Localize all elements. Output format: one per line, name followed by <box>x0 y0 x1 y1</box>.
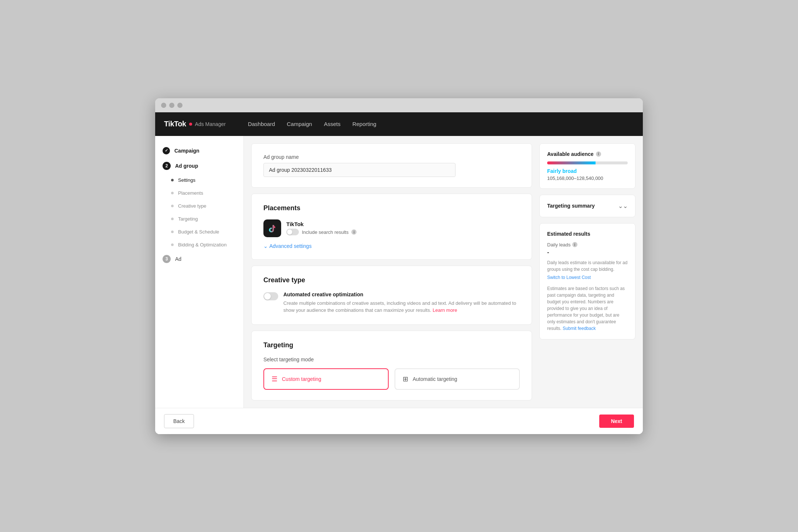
targeting-mode-label: Select targeting mode <box>263 357 520 362</box>
targeting-summary-chevron: ⌄⌄ <box>618 202 628 209</box>
automated-creative-title: Automated creative optimization <box>283 291 520 297</box>
placement-tiktok: TikTok Include search results i <box>263 219 520 237</box>
search-info-icon[interactable]: i <box>351 229 357 235</box>
targeting-mode-row: ☰ Custom targeting ⊞ Automatic targeting <box>263 368 520 390</box>
sidebar-placements-label: Placements <box>178 190 203 196</box>
sidebar-item-ad[interactable]: 3 Ad <box>155 251 243 267</box>
targeting-summary-header[interactable]: Targeting summary ⌄⌄ <box>547 202 628 209</box>
logo: TikTok Ads Manager <box>164 120 226 128</box>
sidebar-item-targeting[interactable]: Targeting <box>155 212 243 225</box>
browser-dot-3 <box>177 103 183 108</box>
learn-more-link[interactable]: Learn more <box>433 307 457 313</box>
sidebar-item-settings[interactable]: Settings <box>155 174 243 187</box>
bidding-dot-icon <box>171 243 174 246</box>
daily-leads-info-icon[interactable]: i <box>572 242 577 247</box>
include-search-label: Include search results <box>302 229 348 235</box>
estimated-results-title: Estimated results <box>547 231 628 237</box>
ad-num-icon: 3 <box>163 255 171 263</box>
custom-targeting-icon: ☰ <box>272 375 277 383</box>
targeting-dot-icon <box>171 218 174 220</box>
nav-assets[interactable]: Assets <box>324 121 341 127</box>
sidebar-item-bidding[interactable]: Bidding & Optimization <box>155 238 243 251</box>
budget-schedule-dot-icon <box>171 231 174 233</box>
logo-sub: Ads Manager <box>195 121 226 127</box>
logo-dot <box>189 123 192 126</box>
targeting-title: Targeting <box>263 341 520 349</box>
nav-dashboard[interactable]: Dashboard <box>248 121 275 127</box>
next-button[interactable]: Next <box>599 415 634 428</box>
top-nav: TikTok Ads Manager Dashboard Campaign As… <box>155 112 643 136</box>
sidebar-item-campaign[interactable]: ✓ Campaign <box>155 143 243 158</box>
sidebar-targeting-label: Targeting <box>178 216 198 222</box>
estimated-results-card: Estimated results Daily leads i - Daily … <box>539 223 635 340</box>
toggle-knob <box>287 229 292 235</box>
automatic-targeting-icon: ⊞ <box>403 375 408 383</box>
targeting-summary-card: Targeting summary ⌄⌄ <box>539 195 635 217</box>
nav-reporting[interactable]: Reporting <box>352 121 376 127</box>
automated-creative-text: Automated creative optimization Create m… <box>283 291 520 314</box>
automated-creative-desc: Create multiple combinations of creative… <box>283 300 520 314</box>
tiktok-platform-name: TikTok <box>286 221 357 227</box>
result-note: Daily leads estimate is unavailable for … <box>547 259 628 273</box>
back-button[interactable]: Back <box>164 414 194 428</box>
sidebar: ✓ Campaign 2 Ad group Settings Placement… <box>155 136 244 408</box>
sidebar-item-ad-group[interactable]: 2 Ad group <box>155 158 243 174</box>
sidebar-item-ad-group-label: Ad group <box>175 163 198 169</box>
placements-card: Placements <box>251 194 532 260</box>
audience-range: 105,168,000–128,540,000 <box>547 175 628 181</box>
automated-creative-section: Automated creative optimization Create m… <box>263 291 520 314</box>
sidebar-settings-label: Settings <box>178 177 195 183</box>
audience-info-icon[interactable]: i <box>596 151 601 157</box>
switch-to-lowest-cost-link[interactable]: Switch to Lowest Cost <box>547 275 628 280</box>
ad-group-name-input[interactable] <box>263 163 456 177</box>
sidebar-item-budget-schedule[interactable]: Budget & Schedule <box>155 225 243 238</box>
placement-info: TikTok Include search results i <box>286 221 357 235</box>
nav-campaign[interactable]: Campaign <box>287 121 312 127</box>
estimates-note: Estimates are based on factors such as p… <box>547 285 628 332</box>
right-panel: Available audience i Fairly broad 105,16… <box>539 143 635 400</box>
advanced-settings-text: Advanced settings <box>269 243 311 249</box>
audience-bar <box>547 161 628 164</box>
ad-group-num-icon: 2 <box>163 162 171 170</box>
nav-links: Dashboard Campaign Assets Reporting <box>248 121 376 127</box>
available-audience-card: Available audience i Fairly broad 105,16… <box>539 143 635 189</box>
campaign-check-icon: ✓ <box>163 147 170 154</box>
creative-type-title: Creative type <box>263 276 520 284</box>
browser-dot-1 <box>161 103 166 108</box>
daily-leads-label: Daily leads i <box>547 242 628 248</box>
sidebar-bidding-label: Bidding & Optimization <box>178 242 227 248</box>
advanced-settings-link[interactable]: ⌄ Advanced settings <box>263 243 520 249</box>
tiktok-icon <box>263 219 281 237</box>
placements-title: Placements <box>263 204 520 212</box>
automatic-targeting-label: Automatic targeting <box>413 376 457 382</box>
browser-window: TikTok Ads Manager Dashboard Campaign As… <box>155 98 643 434</box>
logo-text: TikTok <box>164 120 186 128</box>
include-search-row: Include search results i <box>286 229 357 235</box>
placements-dot-icon <box>171 192 174 194</box>
ad-group-name-label: Ad group name <box>263 154 520 160</box>
custom-targeting-label: Custom targeting <box>282 376 321 382</box>
include-search-toggle[interactable] <box>286 229 299 235</box>
audience-breadth: Fairly broad <box>547 168 628 174</box>
sidebar-item-creative-type[interactable]: Creative type <box>155 200 243 212</box>
automatic-targeting-option[interactable]: ⊞ Automatic targeting <box>395 368 520 390</box>
ad-group-name-card: Ad group name <box>251 143 532 188</box>
sidebar-item-campaign-label: Campaign <box>174 148 200 154</box>
submit-feedback-link[interactable]: Submit feedback <box>563 326 596 331</box>
result-dash: - <box>547 249 628 256</box>
settings-dot-icon <box>171 179 174 181</box>
sidebar-item-placements[interactable]: Placements <box>155 187 243 200</box>
custom-targeting-option[interactable]: ☰ Custom targeting <box>263 368 389 390</box>
available-audience-title: Available audience i <box>547 151 628 157</box>
chevron-down-icon: ⌄ <box>263 243 268 249</box>
bottom-bar: Back Next <box>155 408 643 434</box>
sidebar-budget-label: Budget & Schedule <box>178 229 219 235</box>
main-content: Ad group name Placements <box>251 143 532 400</box>
automated-creative-toggle[interactable] <box>263 292 278 300</box>
targeting-card: Targeting Select targeting mode ☰ Custom… <box>251 331 532 400</box>
browser-dot-2 <box>169 103 174 108</box>
targeting-summary-title: Targeting summary <box>547 203 595 209</box>
automated-toggle-knob <box>264 293 271 300</box>
browser-chrome <box>155 98 643 112</box>
main-layout: ✓ Campaign 2 Ad group Settings Placement… <box>155 136 643 408</box>
